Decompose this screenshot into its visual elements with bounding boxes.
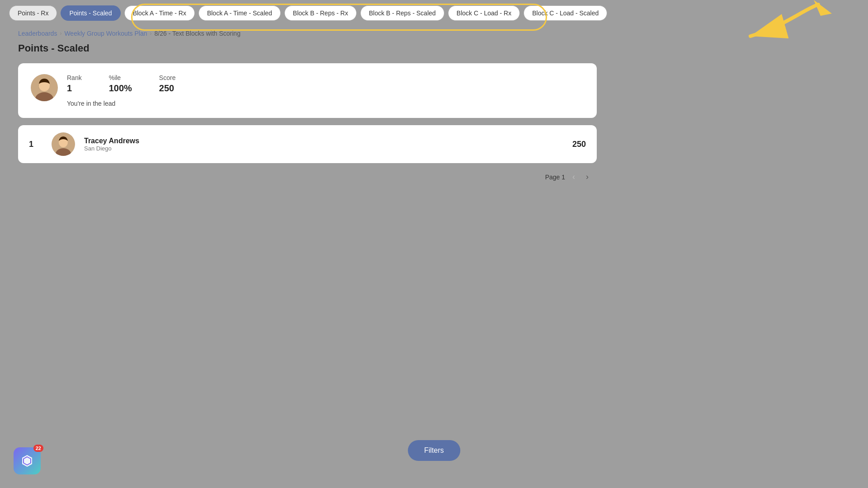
leaderboard-row: 1 Tracey Andrews San Diego 250 bbox=[18, 125, 597, 163]
tab-points-rx[interactable]: Points - Rx bbox=[9, 5, 57, 21]
pagination-next[interactable]: › bbox=[582, 170, 592, 183]
row-info: Tracey Andrews San Diego bbox=[84, 137, 563, 152]
tab-block-b-reps-scaled[interactable]: Block B - Reps - Scaled bbox=[360, 5, 444, 21]
score-value: 250 bbox=[159, 83, 176, 94]
tab-block-a-time-rx[interactable]: Block A - Time - Rx bbox=[124, 5, 195, 21]
breadcrumb-current: 8/26 - Text Blocks with Scoring bbox=[155, 30, 241, 37]
pagination-prev[interactable]: ‹ bbox=[569, 170, 579, 183]
notification-badge: 22 bbox=[33, 445, 43, 452]
breadcrumb-leaderboards[interactable]: Leaderboards bbox=[18, 30, 57, 37]
breadcrumb-separator-1: › bbox=[60, 30, 61, 37]
breadcrumb-plan[interactable]: Weekly Group Workouts Plan bbox=[64, 30, 147, 37]
rank-stat: Rank 1 bbox=[67, 74, 82, 94]
tab-block-b-reps-rx[interactable]: Block B - Reps - Rx bbox=[284, 5, 357, 21]
score-stats: Rank 1 %ile 100% Score 250 bbox=[67, 74, 175, 94]
rank-label: Rank bbox=[67, 74, 82, 81]
percentile-stat: %ile 100% bbox=[109, 74, 132, 94]
user-score-card: Rank 1 %ile 100% Score 250 You're in the… bbox=[18, 63, 597, 118]
score-label: Score bbox=[159, 74, 176, 81]
tab-block-c-load-scaled[interactable]: Block C - Load - Scaled bbox=[524, 5, 607, 21]
row-name: Tracey Andrews bbox=[84, 137, 563, 145]
percentile-label: %ile bbox=[109, 74, 132, 81]
tab-block-a-time-scaled[interactable]: Block A - Time - Scaled bbox=[198, 5, 281, 21]
row-rank: 1 bbox=[29, 140, 42, 149]
user-avatar bbox=[31, 74, 58, 101]
row-location: San Diego bbox=[84, 145, 563, 152]
rank-value: 1 bbox=[67, 83, 82, 94]
pagination-label: Page 1 bbox=[545, 174, 565, 181]
score-stat: Score 250 bbox=[159, 74, 176, 94]
lead-text: You're in the lead bbox=[67, 100, 175, 107]
filters-button[interactable]: Filters bbox=[408, 440, 460, 461]
breadcrumb-separator-2: › bbox=[150, 30, 152, 37]
tab-block-c-load-rx[interactable]: Block C - Load - Rx bbox=[448, 5, 520, 21]
app-icon-circle: 22 bbox=[14, 447, 41, 474]
pagination: Page 1 ‹ › bbox=[18, 170, 597, 183]
svg-marker-1 bbox=[814, 0, 832, 16]
row-avatar bbox=[52, 132, 75, 156]
row-score: 250 bbox=[572, 140, 586, 149]
app-icon[interactable]: 22 bbox=[14, 447, 41, 474]
arrow-annotation bbox=[714, 0, 832, 77]
percentile-value: 100% bbox=[109, 83, 132, 94]
tab-points-scaled[interactable]: Points - Scaled bbox=[61, 5, 120, 21]
